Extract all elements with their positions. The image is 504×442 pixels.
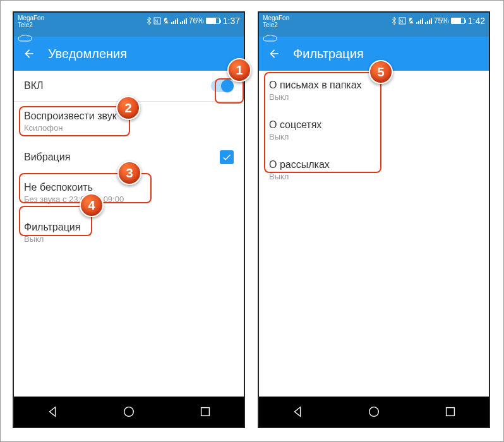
mute-icon bbox=[408, 17, 414, 25]
callout-badge-2: 2 bbox=[116, 96, 140, 120]
cloud-icon bbox=[18, 35, 33, 42]
android-nav-bar bbox=[14, 397, 244, 427]
mute-icon bbox=[163, 17, 169, 25]
check-icon bbox=[222, 152, 232, 162]
battery-icon bbox=[206, 18, 220, 24]
status-icons: N 75% 1:42 bbox=[392, 16, 485, 26]
nav-back-icon[interactable] bbox=[291, 405, 304, 419]
sound-label: Воспроизвести звук bbox=[24, 110, 117, 122]
battery-icon bbox=[451, 18, 465, 24]
vibration-label: Вибрация bbox=[24, 152, 70, 163]
battery-percent: 75% bbox=[434, 16, 449, 25]
page-title: Фильтрация bbox=[293, 47, 364, 61]
svg-point-8 bbox=[369, 407, 379, 417]
folders-value: Выкл bbox=[269, 92, 362, 102]
svg-rect-9 bbox=[447, 408, 455, 416]
battery-percent: 76% bbox=[189, 16, 204, 25]
status-bar: MegaFon Tele2 N 76% 1:37 bbox=[14, 13, 244, 37]
status-bar: MegaFon Tele2 N 75% 1:42 bbox=[259, 13, 489, 37]
status-icons: N 76% 1:37 bbox=[147, 16, 240, 26]
nav-back-icon[interactable] bbox=[45, 405, 59, 419]
carrier-1: MegaFon bbox=[263, 15, 289, 21]
clock: 1:37 bbox=[223, 16, 240, 26]
app-bar: Уведомления bbox=[14, 37, 244, 71]
filter-value: Выкл bbox=[24, 234, 80, 244]
phone-screenshot-left: MegaFon Tele2 N 76% 1:37 Уведомления ВКЛ bbox=[13, 11, 245, 428]
nfc-icon: N bbox=[399, 17, 406, 25]
signal-1-icon bbox=[171, 18, 178, 24]
nfc-icon: N bbox=[153, 17, 161, 25]
svg-point-3 bbox=[124, 407, 134, 417]
callout-badge-1: 1 bbox=[227, 58, 251, 82]
carrier-2: Tele2 bbox=[263, 21, 289, 28]
sound-value: Ксилофон bbox=[24, 123, 117, 133]
back-arrow-icon[interactable] bbox=[268, 47, 280, 60]
dnd-label: Не беспокоить bbox=[24, 182, 124, 193]
callout-badge-4: 4 bbox=[80, 193, 104, 217]
callout-badge-3: 3 bbox=[117, 161, 141, 185]
social-value: Выкл bbox=[269, 132, 321, 141]
nav-home-icon[interactable] bbox=[122, 405, 136, 419]
svg-text:N: N bbox=[400, 19, 403, 23]
carrier-info: MegaFon Tele2 bbox=[263, 15, 289, 44]
back-arrow-icon[interactable] bbox=[23, 47, 35, 60]
vibration-checkbox[interactable] bbox=[220, 150, 234, 164]
callout-badge-5: 5 bbox=[369, 60, 393, 84]
folders-label: О письмах в папках bbox=[269, 80, 362, 91]
dnd-value: Без звука с 23:00 до 09:00 bbox=[24, 194, 124, 204]
carrier-1: MegaFon bbox=[18, 15, 44, 21]
svg-text:N: N bbox=[155, 19, 158, 23]
svg-rect-4 bbox=[201, 408, 210, 416]
row-filter[interactable]: Фильтрация Выкл bbox=[14, 213, 244, 253]
bluetooth-icon bbox=[147, 17, 152, 25]
row-social[interactable]: О соцсетях Выкл bbox=[259, 110, 489, 150]
bluetooth-icon bbox=[392, 17, 397, 25]
social-label: О соцсетях bbox=[269, 119, 321, 131]
row-newsletters[interactable]: О рассылках Выкл bbox=[259, 150, 489, 190]
nav-home-icon[interactable] bbox=[367, 405, 381, 419]
enabled-label: ВКЛ bbox=[24, 80, 44, 92]
enabled-toggle[interactable] bbox=[211, 80, 234, 92]
signal-2-icon bbox=[425, 18, 432, 24]
newsletters-label: О рассылках bbox=[269, 159, 330, 170]
nav-recent-icon[interactable] bbox=[443, 405, 457, 419]
page-title: Уведомления bbox=[48, 47, 127, 61]
carrier-info: MegaFon Tele2 bbox=[18, 15, 44, 44]
signal-1-icon bbox=[416, 18, 423, 24]
carrier-2: Tele2 bbox=[18, 21, 44, 28]
settings-list: О письмах в папках Выкл О соцсетях Выкл … bbox=[259, 71, 489, 190]
signal-2-icon bbox=[180, 18, 187, 24]
cloud-icon bbox=[263, 35, 278, 42]
nav-recent-icon[interactable] bbox=[198, 405, 212, 419]
newsletters-value: Выкл bbox=[269, 172, 330, 181]
filter-label: Фильтрация bbox=[24, 222, 80, 233]
android-nav-bar bbox=[259, 397, 489, 427]
clock: 1:42 bbox=[468, 16, 485, 26]
